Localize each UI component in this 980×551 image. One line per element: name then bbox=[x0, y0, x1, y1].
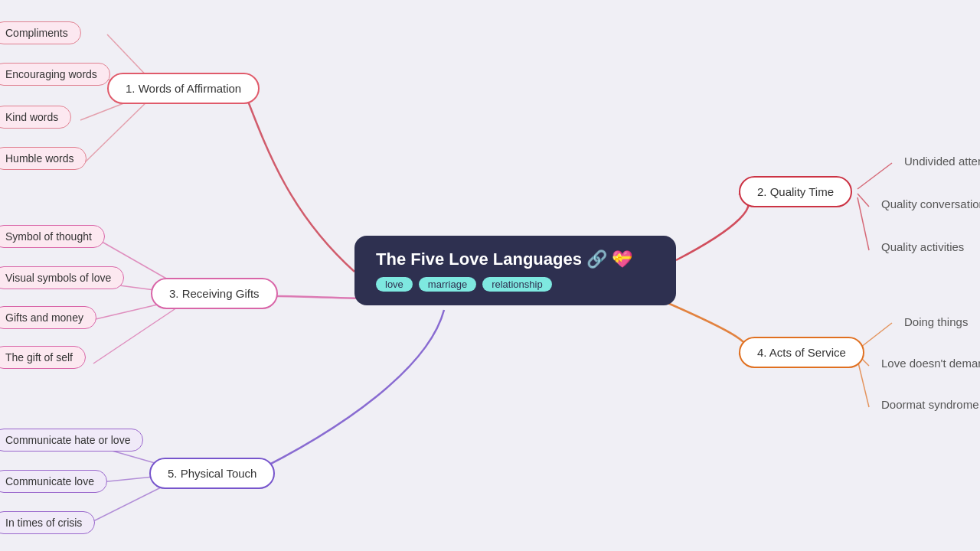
tag-love: love bbox=[376, 277, 413, 292]
leaf-doormat-syndrome: Doormat syndrome bbox=[869, 393, 980, 416]
node-quality-time[interactable]: 2. Quality Time bbox=[739, 176, 852, 207]
leaf-love-doesnt-demand: Love doesn't demand bbox=[869, 352, 980, 374]
leaf-communicate-hate-love: Communicate hate or love bbox=[0, 429, 143, 452]
leaf-compliments: Compliments bbox=[0, 21, 81, 44]
leaf-kind-words: Kind words bbox=[0, 106, 71, 129]
tag-relationship: relationship bbox=[482, 277, 552, 292]
leaf-times-of-crisis: In times of crisis bbox=[0, 511, 95, 534]
leaf-gift-of-self: The gift of self bbox=[0, 346, 86, 369]
node-receiving-gifts[interactable]: 3. Receiving Gifts bbox=[151, 278, 278, 309]
leaf-gifts-money: Gifts and money bbox=[0, 306, 96, 329]
leaf-encouraging-words: Encouraging words bbox=[0, 63, 110, 86]
leaf-symbol-of-thought: Symbol of thought bbox=[0, 225, 105, 248]
svg-line-16 bbox=[858, 360, 869, 407]
svg-line-3 bbox=[84, 96, 153, 163]
svg-line-13 bbox=[858, 197, 869, 250]
center-title: The Five Love Languages 🔗 💝 bbox=[376, 249, 655, 269]
leaf-undivided-attention: Undivided attention bbox=[892, 150, 980, 172]
center-node: The Five Love Languages 🔗 💝 love marriag… bbox=[354, 236, 676, 305]
svg-line-12 bbox=[858, 194, 869, 207]
node-acts-of-service[interactable]: 4. Acts of Service bbox=[739, 337, 864, 368]
svg-line-11 bbox=[858, 163, 892, 189]
leaf-quality-activities: Quality activities bbox=[869, 236, 976, 258]
tag-marriage: marriage bbox=[419, 277, 476, 292]
node-words-of-affirmation[interactable]: 1. Words of Affirmation bbox=[107, 73, 260, 104]
leaf-communicate-love: Communicate love bbox=[0, 470, 107, 493]
leaf-doing-things: Doing things bbox=[892, 311, 980, 333]
leaf-visual-symbols: Visual symbols of love bbox=[0, 266, 124, 289]
center-tags: love marriage relationship bbox=[376, 277, 655, 292]
svg-line-7 bbox=[93, 303, 184, 364]
node-physical-touch[interactable]: 5. Physical Touch bbox=[149, 458, 275, 489]
leaf-humble-words: Humble words bbox=[0, 147, 87, 170]
leaf-quality-conversation: Quality conversation bbox=[869, 193, 980, 215]
